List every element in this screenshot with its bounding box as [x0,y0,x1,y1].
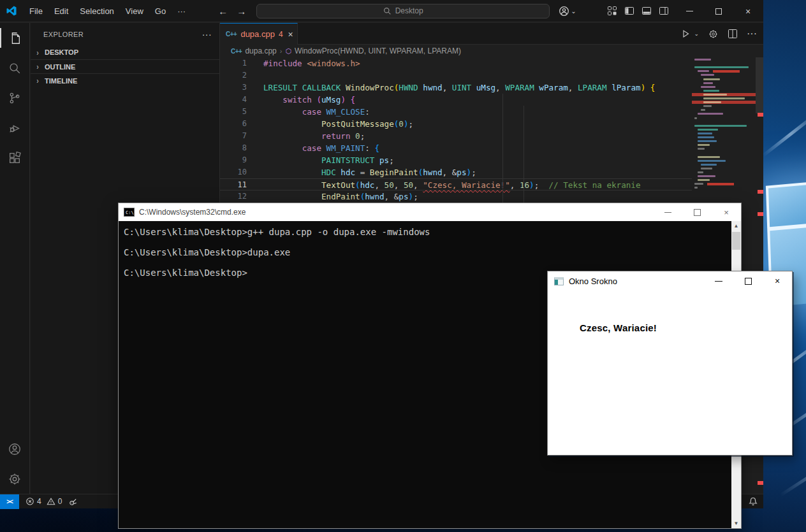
cmd-close-button[interactable]: × [712,203,741,221]
code-line[interactable]: 11 TextOut(hdc, 50, 50, "Czesc, Wariacie… [220,178,692,191]
account-icon [8,442,22,456]
code-line[interactable]: 9 PAINTSTRUCT ps; [220,154,692,166]
minimap-line [698,113,723,115]
sidebar-section-outline[interactable]: ›OUTLINE [31,59,219,73]
tab-label: dupa.cpp [240,29,275,39]
activity-source-control-button[interactable] [0,83,30,113]
scroll-up-arrow-icon[interactable]: ▲ [731,221,741,231]
menu-item-selection[interactable]: Selection [74,4,119,18]
cmd-maximize-button[interactable] [682,203,712,221]
run-dropdown-chevron-icon[interactable]: ⌄ [694,31,699,37]
sidebar-section-timeline[interactable]: ›TIMELINE [31,73,219,87]
code-line[interactable]: 8 case WM_PAINT: { [220,142,692,154]
line-number: 12 [220,191,263,203]
code-text: LRESULT CALLBACK WindowProc(HWND hwnd, U… [263,82,655,94]
minimap-line [694,187,698,189]
code-line[interactable]: 12 EndPaint(hwnd, &ps); [220,191,692,203]
scrollbar-slider[interactable] [756,57,763,113]
extensions-icon [8,151,22,165]
app-window-icon [554,277,564,285]
activity-explorer-button[interactable] [0,23,30,53]
run-button[interactable] [680,28,691,40]
activity-run-debug-button[interactable] [0,113,30,143]
overview-error-mark [758,212,763,216]
menu-item-file[interactable]: File [24,4,48,18]
minimap-line [701,168,712,169]
breadcrumb[interactable]: C++ dupa.cpp › ⬡ WindowProc(HWND, UINT, … [220,45,763,57]
search-placeholder: Desktop [395,6,423,15]
customize-layout-icon[interactable] [607,6,617,16]
section-label: OUTLINE [45,63,75,71]
menu-item-edit[interactable]: Edit [48,4,74,18]
editor-more-actions-button[interactable]: ··· [747,28,757,40]
toggle-panel-icon[interactable] [641,6,652,16]
command-center-search[interactable]: Desktop [256,4,550,18]
configure-gear-icon[interactable] [708,29,719,40]
toggle-primary-sidebar-icon[interactable] [624,6,634,16]
vscode-logo-icon [6,5,17,17]
minimap-line [703,78,720,80]
breadcrumb-file[interactable]: dupa.cpp [245,47,276,55]
accounts-button[interactable] [0,434,30,464]
bell-icon [748,496,758,507]
chevron-right-icon: › [34,48,42,56]
code-line[interactable]: 1#include <windows.h> [220,57,692,69]
code-line[interactable]: 7 return 0; [220,130,692,142]
editor-tab-bar: C++ dupa.cpp 4 × ⌄ ··· [220,23,763,45]
code-line[interactable]: 2 [220,69,692,82]
files-icon [8,31,22,45]
window-maximize-button[interactable] [704,0,733,22]
minimap-line [703,82,713,84]
tab-close-button[interactable]: × [288,29,293,40]
app-minimize-button[interactable] [704,271,733,291]
tab-dupa-cpp[interactable]: C++ dupa.cpp 4 × [220,23,298,45]
explorer-more-actions-button[interactable]: ··· [202,29,212,40]
minimap-line [698,171,703,173]
indent-guide [502,94,503,203]
minimap-line [703,105,712,107]
menu-item-go[interactable]: Go [149,4,172,18]
go-back-button[interactable]: ← [218,6,228,17]
cmd-scrollbar-thumb[interactable] [732,232,740,250]
minimap-line [698,179,710,181]
window-minimize-button[interactable] [675,0,704,22]
app-close-button[interactable]: × [763,271,792,291]
activity-bar [0,23,30,494]
code-line[interactable]: 4 switch (uMsg) { [220,94,692,106]
extension-status-button[interactable] [68,497,78,507]
settings-gear-button[interactable] [0,464,30,494]
search-icon [383,7,392,15]
cmd-minimize-button[interactable] [653,203,682,221]
line-number: 8 [220,142,263,154]
activity-extensions-button[interactable] [0,143,30,173]
terminal-line: C:\Users\klima\Desktop>dupa.exe [124,247,731,257]
cmd-title-bar[interactable]: C:\ C:\Windows\system32\cmd.exe × [119,203,741,221]
remote-icon: >< [6,498,13,505]
menu-item-view[interactable]: View [120,4,149,18]
menu-item-[interactable]: ··· [172,4,191,18]
code-line[interactable]: 3LRESULT CALLBACK WindowProc(HWND hwnd, … [220,82,692,94]
toggle-secondary-sidebar-icon[interactable] [659,6,669,16]
error-count: 4 [37,497,41,506]
remote-indicator[interactable]: >< [0,494,19,509]
scroll-down-arrow-icon[interactable]: ▼ [731,519,741,528]
code-line[interactable]: 10 HDC hdc = BeginPaint(hwnd, &ps); [220,166,692,178]
code-line[interactable]: 6 PostQuitMessage(0); [220,118,692,130]
activity-search-button[interactable] [0,53,30,83]
app-maximize-button[interactable] [733,271,763,291]
chevron-right-icon: › [34,62,42,71]
sidebar-section-desktop[interactable]: ›DESKTOP [31,45,219,59]
code-text: case WM_PAINT: { [263,142,379,154]
code-line[interactable]: 5 case WM_CLOSE: [220,106,692,118]
line-number: 9 [220,154,263,166]
breadcrumb-symbol[interactable]: WindowProc(HWND, UINT, WPARAM, LPARAM) [295,47,461,55]
split-editor-icon[interactable] [728,29,738,39]
okno-srokno-window[interactable]: Okno Srokno × Czesc, Wariacie! [547,271,793,456]
search-icon [8,61,22,75]
go-forward-button[interactable]: → [237,6,246,17]
notifications-bell-button[interactable] [748,496,758,507]
problems-status[interactable]: 4 0 [26,497,62,506]
app-title-bar[interactable]: Okno Srokno × [548,271,792,291]
window-close-button[interactable]: × [733,0,763,22]
profile-menu[interactable]: ⌄ [559,6,576,17]
